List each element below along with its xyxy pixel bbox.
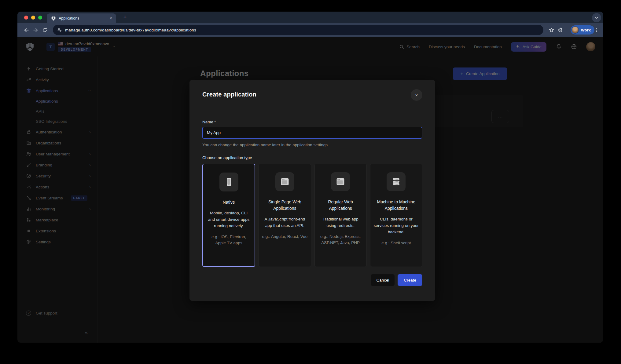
- modal-close-button[interactable]: ×: [411, 89, 422, 101]
- browser-toolbar: manage.auth0.com/dashboard/us/dev-tax7av…: [17, 23, 603, 37]
- address-bar[interactable]: manage.auth0.com/dashboard/us/dev-tax7av…: [53, 25, 543, 35]
- card-description: Traditional web app using redirects.: [318, 216, 363, 229]
- native-icon-tile: [219, 173, 238, 191]
- card-title: Machine to Machine Applications: [373, 199, 419, 212]
- card-example: e.g.: iOS, Electron, Apple TV apps: [206, 234, 252, 246]
- card-description: CLIs, daemons or services running on you…: [373, 216, 419, 235]
- cancel-button[interactable]: Cancel: [371, 274, 395, 286]
- regular-web-icon-tile: [331, 172, 350, 191]
- server-stack-icon: [391, 177, 401, 187]
- back-button[interactable]: [22, 25, 31, 35]
- auth0-favicon-icon: [51, 16, 56, 21]
- application-type-label: Choose an application type: [202, 155, 422, 160]
- name-field-label: Name*: [202, 120, 422, 124]
- browser-tab[interactable]: Applications ×: [47, 13, 116, 23]
- mobile-phone-icon: [224, 177, 234, 187]
- card-example: e.g.: Angular, React, Vue: [262, 234, 307, 240]
- browser-window-icon: [280, 177, 290, 187]
- card-title: Native: [223, 199, 235, 206]
- tab-search-button[interactable]: [592, 13, 601, 22]
- extensions-puzzle-icon[interactable]: [556, 25, 565, 35]
- reload-button[interactable]: [40, 25, 49, 35]
- profile-name: Work: [581, 28, 591, 32]
- browser-window-icon: [335, 177, 346, 187]
- forward-button[interactable]: [31, 25, 40, 35]
- tab-strip: Applications × +: [17, 12, 603, 23]
- card-title: Single Page Web Applications: [262, 199, 307, 212]
- card-example: e.g.: Node.js Express, ASP.NET, Java, PH…: [318, 234, 363, 246]
- browser-window: Applications × + manage.auth0.com/dashbo…: [17, 12, 603, 343]
- card-machine-to-machine[interactable]: Machine to Machine Applications CLIs, da…: [370, 164, 422, 267]
- auth0-app: T dev-tax7avdd0xmeaavx DEVELOPMENT › Sea…: [17, 37, 603, 343]
- card-description: Mobile, desktop, CLI and smart device ap…: [206, 210, 252, 229]
- spa-icon-tile: [275, 172, 294, 191]
- profile-avatar: [571, 26, 579, 34]
- close-icon: ×: [415, 93, 418, 98]
- m2m-icon-tile: [387, 172, 406, 191]
- url-text: manage.auth0.com/dashboard/us/dev-tax7av…: [65, 28, 196, 32]
- modal-title: Create application: [202, 91, 256, 98]
- tab-close-icon[interactable]: ×: [109, 16, 113, 21]
- card-title: Regular Web Applications: [318, 199, 363, 212]
- application-type-cards: Native Mobile, desktop, CLI and smart de…: [202, 164, 422, 267]
- new-tab-button[interactable]: +: [121, 13, 129, 21]
- bookmark-star-icon[interactable]: [547, 25, 556, 35]
- window-maximize-button[interactable]: [38, 16, 42, 20]
- application-name-input[interactable]: [202, 127, 422, 139]
- tab-title: Applications: [59, 16, 109, 20]
- window-controls: [24, 16, 42, 20]
- required-asterisk: *: [214, 120, 216, 124]
- window-minimize-button[interactable]: [31, 16, 35, 20]
- card-single-page-web[interactable]: Single Page Web Applications A JavaScrip…: [259, 164, 311, 267]
- card-description: A JavaScript front-end app that uses an …: [262, 216, 307, 229]
- create-application-modal: Create application × Name* You can chang…: [189, 80, 435, 301]
- card-regular-web[interactable]: Regular Web Applications Traditional web…: [314, 164, 367, 267]
- toolbar-divider: [568, 27, 568, 33]
- chevron-down-icon: [595, 16, 598, 20]
- window-close-button[interactable]: [24, 16, 28, 20]
- card-example: e.g.: Shell script: [381, 240, 411, 246]
- card-native[interactable]: Native Mobile, desktop, CLI and smart de…: [202, 164, 255, 267]
- name-label-text: Name: [202, 120, 213, 124]
- create-button[interactable]: Create: [398, 274, 422, 286]
- name-help-text: You can change the application name late…: [202, 143, 422, 147]
- site-settings-icon[interactable]: [57, 27, 62, 32]
- browser-menu-button[interactable]: [594, 28, 599, 32]
- browser-profile-button[interactable]: Work: [571, 25, 594, 35]
